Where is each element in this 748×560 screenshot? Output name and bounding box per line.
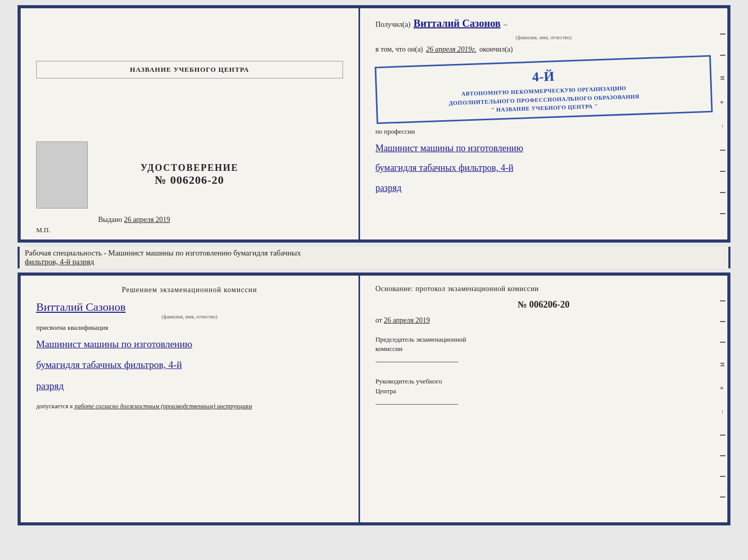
vydano-line: Выдано 26 апреля 2019	[98, 216, 170, 224]
poluchil-line: Получил(a) Витталий Сазонов –	[376, 18, 712, 29]
ot-prefix: от	[376, 316, 382, 324]
fio-sub-top: (фамилия, имя, отчество)	[376, 35, 712, 40]
udost-block: УДОСТОВЕРЕНИЕ № 006206-20	[141, 163, 239, 187]
deco-b-dash-2	[720, 321, 725, 322]
photo-placeholder	[36, 141, 88, 209]
deco-b-letter-i: И	[720, 362, 726, 367]
ot-line: от 26 апреля 2019	[376, 316, 712, 325]
dash1: –	[504, 21, 507, 29]
predsedatel-label2: комиссии	[376, 344, 712, 354]
profession-line3: разряд	[376, 181, 712, 196]
deco-dash-6	[720, 213, 725, 214]
bottom-name: Витталий Сазонов	[36, 300, 343, 314]
deco-b-letter-arrow: ←	[720, 409, 726, 415]
deco-b-dash-7	[720, 497, 725, 498]
rukovoditel-block: Руководитель учебного Центра	[376, 377, 712, 404]
deco-b-letter-a: а	[720, 387, 726, 390]
profession-line2: бумагидля табачных фильтров, 4-й	[376, 161, 712, 175]
top-certificate: НАЗВАНИЕ УЧЕБНОГО ЦЕНТРА УДОСТОВЕРЕНИЕ №…	[18, 5, 730, 243]
deco-letter-a: а	[720, 101, 726, 104]
deco-b-dash-1	[720, 300, 725, 301]
deco-dash-3	[720, 150, 725, 151]
stamp-block: 4-й АВТОНОМНУЮ НЕКОММЕРЧЕСКУЮ ОРГАНИЗАЦИ…	[375, 55, 713, 124]
poluchil-label: Получил(a)	[376, 21, 411, 29]
predsedatel-label1: Председатель экзаменационной	[376, 335, 712, 344]
bottom-cert-left: Решением экзаменационной комиссии Виттал…	[21, 276, 360, 522]
kval-line1: Машинист машины по изготовлению	[36, 336, 343, 353]
dopusk-value: работе согласно должностным (производств…	[74, 403, 252, 410]
fio-sub-bottom: (фамилия, имя, отчество)	[36, 314, 343, 319]
predsedatel-block: Председатель экзаменационной комиссии	[376, 335, 712, 362]
kval-line2: бумагидля табачных фильтров, 4-й	[36, 357, 343, 373]
vtom-date: 26 апреля 2019г.	[426, 45, 476, 54]
vydano-label: Выдано	[98, 216, 122, 223]
resheniem-title: Решением экзаменационной комиссии	[36, 286, 343, 294]
vydano-date: 26 апреля 2019	[124, 216, 170, 223]
bottom-cert-right: Основание: протокол экзаменационной коми…	[360, 276, 727, 522]
vtom-prefix: в том, что он(а)	[376, 45, 423, 54]
school-name-top: НАЗВАНИЕ УЧЕБНОГО ЦЕНТРА	[36, 61, 343, 78]
prisvoena-label: присвоена квалификация	[36, 324, 343, 332]
osnovanie-title: Основание: протокол экзаменационной коми…	[376, 285, 712, 293]
deco-letter-arrow: ←	[720, 124, 726, 130]
middle-label-underline: фильтров, 4-й разряд	[25, 258, 94, 266]
predsedatel-sig-line	[376, 362, 458, 362]
middle-label-prefix: Рабочая специальность - Машинист машины …	[25, 249, 301, 257]
rukovoditel-label2: Центра	[376, 387, 712, 396]
deco-b-dash-6	[720, 476, 725, 477]
right-edge-decoration-bottom: И а ←	[718, 276, 727, 522]
deco-b-dash-5	[720, 455, 725, 456]
deco-dash-2	[720, 55, 725, 56]
deco-dash-4	[720, 171, 725, 172]
poluchil-name: Витталий Сазонов	[414, 18, 501, 29]
po-professii-label: по профессии	[376, 127, 712, 136]
prot-number: № 006206-20	[376, 299, 712, 310]
deco-b-dash-4	[720, 435, 725, 436]
vtom-line: в том, что он(а) 26 апреля 2019г. окончи…	[376, 45, 712, 54]
deco-dash-1	[720, 34, 725, 35]
name-block-bottom: Витталий Сазонов (фамилия, имя, отчество…	[36, 298, 343, 319]
deco-dash-5	[720, 192, 725, 193]
deco-b-dash-3	[720, 342, 725, 343]
middle-label: Рабочая специальность - Машинист машины …	[18, 247, 730, 268]
right-edge-decoration: И а ←	[718, 8, 727, 239]
dopusk-label: допускается к	[36, 403, 73, 410]
stamp-line3: " НАЗВАНИЕ УЧЕБНОГО ЦЕНТРА "	[491, 103, 598, 113]
bottom-certificate: Решением экзаменационной комиссии Виттал…	[18, 273, 730, 525]
dopuskaetsya-block: допускается к работе согласно должностны…	[36, 403, 343, 410]
okonchil-label: окончил(а)	[479, 45, 513, 54]
udost-label: УДОСТОВЕРЕНИЕ	[141, 163, 239, 173]
rukovoditel-sig-line	[376, 404, 458, 405]
udost-number: № 006206-20	[141, 173, 239, 187]
top-cert-right: Получил(a) Витталий Сазонов – (фамилия, …	[360, 8, 727, 239]
mp-label: М.П.	[36, 226, 50, 234]
deco-letter-i: И	[720, 76, 726, 81]
kval-line3: разряд	[36, 378, 343, 394]
ot-date: 26 апреля 2019	[384, 316, 430, 324]
top-cert-left: НАЗВАНИЕ УЧЕБНОГО ЦЕНТРА УДОСТОВЕРЕНИЕ №…	[21, 8, 360, 239]
rukovoditel-label1: Руководитель учебного	[376, 377, 712, 386]
profession-line1: Машинист машины по изготовлению	[376, 141, 712, 156]
